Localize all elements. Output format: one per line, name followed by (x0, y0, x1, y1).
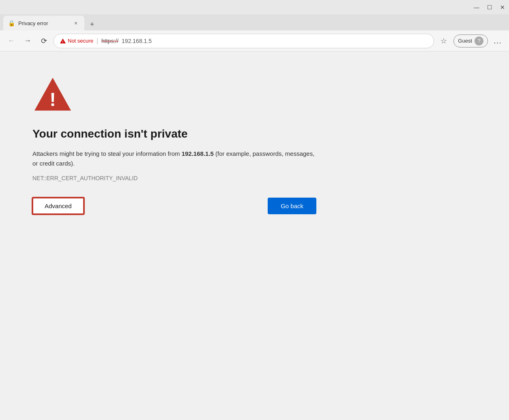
button-row: Advanced Go back (32, 198, 316, 214)
security-warning: ! Not secure (60, 38, 93, 44)
back-button[interactable]: ← (5, 34, 18, 47)
go-back-button[interactable]: Go back (268, 198, 316, 214)
favorites-button[interactable]: ☆ (437, 34, 450, 47)
url-host: 192.168.1.5 (122, 38, 152, 44)
tab-icon: 🔒 (8, 20, 15, 26)
error-container: ! Your connection isn't private Attacker… (32, 76, 316, 214)
url-bar[interactable]: ! Not secure | https://192.168.1.5 (54, 34, 434, 48)
guest-label: Guest (458, 38, 472, 44)
maximize-button[interactable]: ☐ (486, 4, 493, 11)
error-description-text: Attackers might be trying to steal your … (32, 150, 182, 157)
not-secure-label: Not secure (68, 38, 93, 44)
error-title: Your connection isn't private (32, 127, 316, 141)
more-options-button[interactable]: ... (491, 34, 504, 47)
page-content: ! Your connection isn't private Attacker… (0, 52, 509, 420)
error-description-host: 192.168.1.5 (182, 150, 214, 157)
url-prefix: https:// (101, 38, 118, 44)
close-window-button[interactable]: ✕ (499, 4, 506, 11)
toolbar-right: ☆ Guest ? ... (437, 34, 504, 47)
window-controls: — ☐ ✕ (473, 4, 506, 11)
tab-title: Privacy error (18, 20, 69, 26)
active-tab[interactable]: 🔒 Privacy error × (3, 16, 84, 30)
tab-bar: 🔒 Privacy error × + (0, 14, 509, 30)
warning-icon: ! (60, 38, 66, 44)
new-tab-button[interactable]: + (86, 18, 98, 30)
minimize-button[interactable]: — (473, 4, 480, 11)
url-divider: | (97, 37, 98, 45)
error-code: NET::ERR_CERT_AUTHORITY_INVALID (32, 175, 316, 181)
address-bar: ← → ⟳ ! Not secure | https://192.168.1.5… (0, 30, 509, 52)
svg-text:!: ! (49, 89, 56, 110)
tab-close-button[interactable]: × (72, 19, 79, 27)
reload-button[interactable]: ⟳ (37, 34, 50, 47)
svg-text:!: ! (62, 40, 64, 44)
title-bar: — ☐ ✕ (0, 0, 509, 14)
error-description: Attackers might be trying to steal your … (32, 149, 316, 168)
guest-profile-button[interactable]: Guest ? (453, 34, 488, 47)
guest-avatar: ? (475, 37, 483, 45)
forward-button[interactable]: → (21, 34, 34, 47)
warning-triangle-icon: ! (32, 76, 73, 112)
advanced-button[interactable]: Advanced (32, 198, 84, 214)
